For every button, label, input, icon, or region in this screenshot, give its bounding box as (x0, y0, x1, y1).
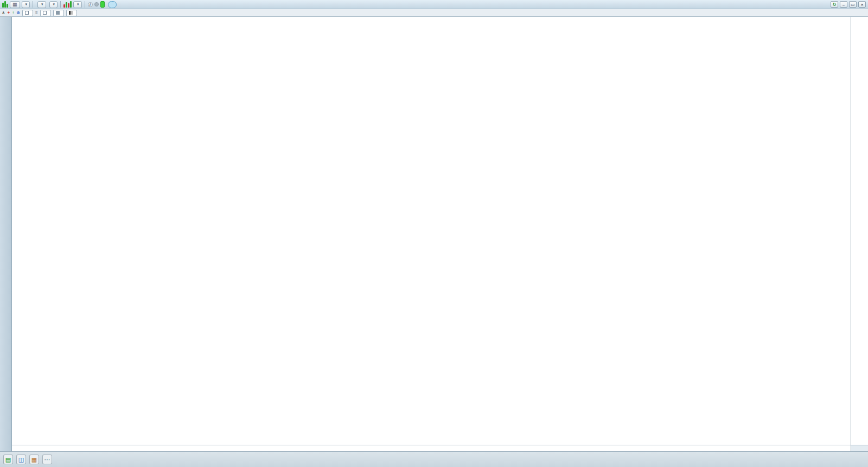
units-select[interactable]: ▾ (49, 1, 58, 8)
status-dot-icon (94, 2, 99, 7)
price-axis[interactable] (851, 17, 868, 445)
overflow-icon[interactable]: ⋯ (42, 455, 52, 464)
app-icon-chart[interactable]: ▤ (3, 455, 13, 464)
app-icon-grid[interactable]: ▦ (29, 455, 39, 464)
list-icon[interactable]: ≡ (35, 10, 38, 15)
axis-corner (851, 445, 868, 451)
close-button[interactable]: × (858, 1, 866, 8)
chevron-down-icon: ▾ (77, 2, 79, 7)
up-arrow-icon[interactable]: ↑ (12, 10, 14, 15)
checkbox-icon[interactable] (43, 11, 47, 15)
price-legend-item[interactable] (22, 10, 33, 16)
time-axis[interactable] (12, 445, 851, 451)
info-icon[interactable]: i (88, 2, 93, 7)
restore-button[interactable]: ▭ (849, 1, 857, 8)
main-toolbar: ▦ ▾ ▾ ▾ ▾ i ↻ – ▭ × (0, 0, 868, 9)
chevron-down-icon: ▾ (53, 2, 55, 7)
checkbox-icon[interactable] (25, 11, 29, 15)
platform-logo-icon (2, 1, 8, 8)
symbol-select[interactable]: ▾ (22, 1, 30, 8)
change-badge (100, 1, 105, 8)
chart-objects-toolbar: ∧ + ↑ ⊗ ≡ (0, 9, 868, 17)
drawing-tools-rail (0, 17, 12, 467)
minimize-button[interactable]: – (840, 1, 847, 8)
chevron-down-icon: ▾ (25, 2, 28, 7)
indicators-chart-icon (63, 1, 72, 8)
trading-platform-window: ▦ ▾ ▾ ▾ ▾ i ↻ – ▭ × (0, 0, 868, 467)
add-icon[interactable]: + (8, 10, 10, 15)
app-icon-window[interactable]: ◫ (16, 455, 26, 464)
layout-grid-icon[interactable]: ▦ (10, 1, 20, 8)
period-select[interactable]: ▾ (37, 1, 46, 8)
indicators-button[interactable]: ▾ (73, 1, 82, 8)
indicator-swatch-icon (56, 11, 60, 15)
collapse-panel-icon[interactable]: ∧ (2, 10, 5, 15)
control-legend-item[interactable] (66, 10, 77, 16)
remove-icon[interactable]: ⊗ (16, 10, 20, 15)
tunnel-legend-item[interactable] (53, 10, 64, 16)
chart-canvas[interactable] (0, 0, 868, 467)
chevron-down-icon: ▾ (41, 2, 43, 7)
symbol-pill[interactable] (108, 1, 117, 8)
refresh-button[interactable]: ↻ (831, 1, 838, 8)
close-legend-item[interactable] (40, 10, 51, 16)
bars-icon (69, 11, 73, 15)
bottom-taskbar: ▤ ◫ ▦ ⋯ (0, 451, 868, 467)
